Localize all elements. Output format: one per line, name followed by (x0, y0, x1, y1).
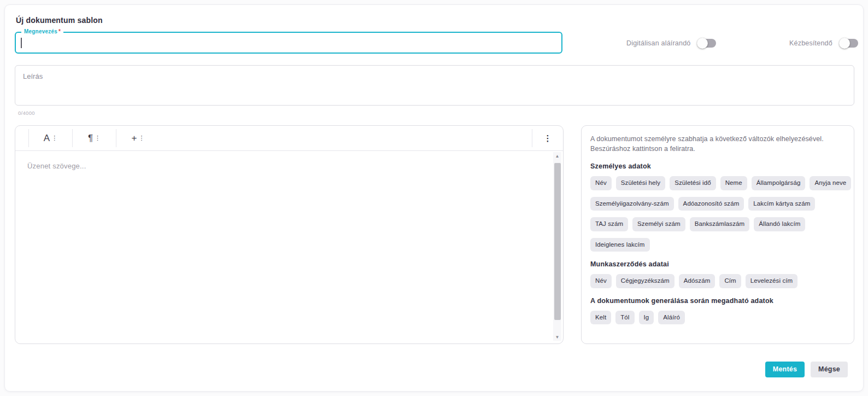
variable-chip[interactable]: Adóazonosító szám (678, 197, 744, 211)
variable-chip[interactable]: Neme (720, 176, 747, 190)
deliverable-label: Kézbesítendő (789, 39, 832, 47)
required-asterisk: * (58, 28, 61, 34)
chip-row: KeltTólIgAláíró (590, 311, 845, 325)
variable-chip[interactable]: Tól (615, 311, 634, 325)
variable-chip[interactable]: Bankszámlaszám (690, 217, 750, 231)
variable-chip[interactable]: Cím (719, 274, 741, 288)
new-document-template-card: Új dokumentum sablon Megnevezés* Digitál… (4, 4, 864, 392)
deliverable-switch[interactable] (840, 39, 858, 48)
name-input[interactable] (16, 33, 561, 53)
variable-chip[interactable]: Ig (639, 311, 654, 325)
variables-intro-text: A dokumentumot személyre szabhatja a köv… (590, 134, 845, 154)
description-char-counter: 0/4000 (18, 110, 35, 116)
description-textarea[interactable] (15, 66, 854, 105)
dropdown-dots-icon: ⋮ (95, 135, 101, 141)
variable-chip[interactable]: Ideiglenes lakcím (590, 238, 650, 252)
chip-row: NévCégjegyzékszámAdószámCímLevelezési cí… (590, 274, 845, 288)
scrollbar-thumb[interactable] (554, 163, 561, 320)
variables-panel: A dokumentumot személyre szabhatja a köv… (581, 125, 854, 344)
variable-chip[interactable]: Aláíró (658, 311, 685, 325)
name-field-label: Megnevezés* (21, 28, 63, 34)
paragraph-menu-button[interactable]: ¶⋮ (73, 126, 116, 150)
switch-knob (839, 38, 850, 49)
text-style-icon: A (44, 133, 50, 143)
editor-content-area[interactable]: Üzenet szövege... ▲ ▼ (15, 151, 563, 344)
section-heading: A dokumentumok generálása során megadhat… (590, 297, 845, 305)
chip-row: NévSzületési helySzületési időNemeÁllamp… (590, 176, 845, 190)
variable-chip[interactable]: Születési idő (670, 176, 716, 190)
scroll-down-arrow-icon[interactable]: ▼ (553, 333, 561, 341)
cancel-button[interactable]: Mégse (811, 362, 848, 377)
deliverable-toggle-row: Kézbesítendő (789, 37, 858, 50)
digitally-signed-toggle-row: Digitálisan aláírandó (626, 37, 716, 50)
insert-plus-icon: + (132, 133, 137, 143)
insert-menu-button[interactable]: +⋮ (116, 126, 160, 150)
chip-row: TAJ számSzemélyi számBankszámlaszámÁllan… (590, 217, 845, 231)
dropdown-dots-icon: ⋮ (138, 135, 144, 141)
variable-chip[interactable]: Név (590, 274, 612, 288)
variable-chip[interactable]: Születési hely (616, 176, 665, 190)
paragraph-icon: ¶ (88, 133, 93, 143)
text-caret (21, 38, 22, 48)
variable-chip[interactable]: Állampolgárság (752, 176, 806, 190)
variable-chip[interactable]: Név (590, 176, 612, 190)
editor-placeholder: Üzenet szövege... (27, 162, 86, 170)
editor-scrollbar[interactable]: ▲ ▼ (553, 152, 561, 341)
digitally-signed-switch[interactable] (697, 39, 716, 48)
kebab-menu-icon: ⋮ (544, 133, 552, 143)
chip-row: Személyiigazolvány-számAdóazonosító szám… (590, 197, 845, 211)
chip-row: Ideiglenes lakcím (590, 238, 845, 252)
save-button[interactable]: Mentés (765, 362, 805, 377)
message-editor: A⋮ ¶⋮ +⋮ ⋮ Üzenet szövege... ▲ ▼ (15, 125, 564, 344)
variable-chip[interactable]: TAJ szám (590, 217, 628, 231)
footer-actions: Mentés Mégse (765, 362, 848, 377)
dropdown-dots-icon: ⋮ (51, 135, 57, 141)
page-title: Új dokumentum sablon (16, 16, 103, 25)
scroll-up-arrow-icon[interactable]: ▲ (553, 152, 561, 160)
variable-chip[interactable]: Állandó lakcím (754, 217, 805, 231)
name-field-label-text: Megnevezés (24, 28, 57, 34)
description-box (15, 65, 854, 106)
variables-sections: Személyes adatokNévSzületési helySzületé… (590, 162, 845, 324)
text-style-menu-button[interactable]: A⋮ (29, 126, 72, 150)
toolbar-overflow-menu-button[interactable]: ⋮ (532, 126, 563, 150)
variable-chip[interactable]: Anyja neve (810, 176, 851, 190)
variable-chip[interactable]: Levelezési cím (746, 274, 797, 288)
section-heading: Személyes adatok (590, 162, 845, 170)
switch-knob (697, 38, 708, 49)
variable-chip[interactable]: Adószám (679, 274, 715, 288)
variable-chip[interactable]: Lakcím kártya szám (748, 197, 815, 211)
name-field-outline: Megnevezés* (15, 32, 562, 54)
variable-chip[interactable]: Személyiigazolvány-szám (590, 197, 674, 211)
variable-chip[interactable]: Cégjegyzékszám (616, 274, 675, 288)
section-heading: Munkaszerződés adatai (590, 260, 845, 268)
digitally-signed-label: Digitálisan aláírandó (626, 39, 690, 47)
variable-chip[interactable]: Személyi szám (632, 217, 685, 231)
editor-toolbar: A⋮ ¶⋮ +⋮ ⋮ (15, 126, 563, 151)
variable-chip[interactable]: Kelt (590, 311, 611, 325)
